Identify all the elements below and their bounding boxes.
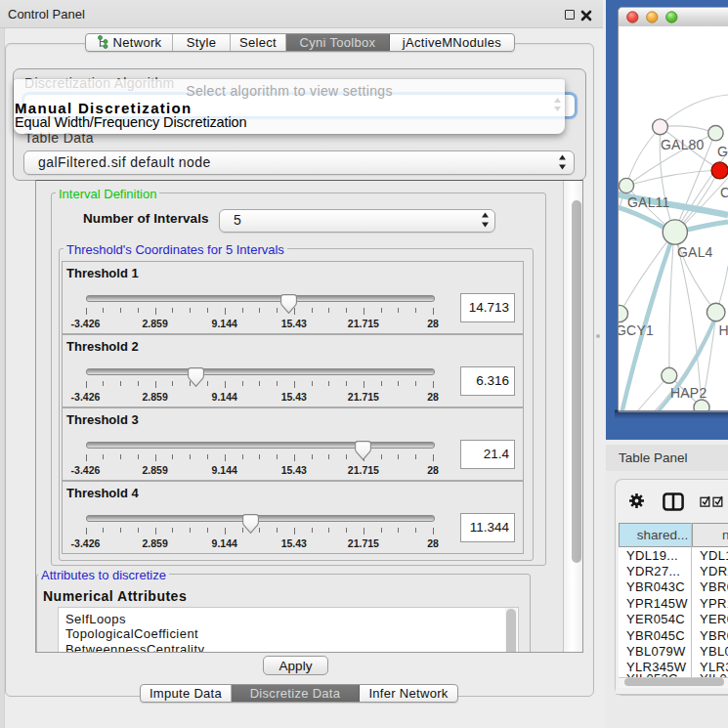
- svg-text:GCY1: GCY1: [619, 322, 654, 338]
- svg-text:HA: HA: [719, 322, 728, 338]
- svg-text:GAL4: GAL4: [677, 244, 713, 260]
- svg-text:HAP2: HAP2: [670, 385, 707, 401]
- svg-text:GA: GA: [717, 144, 728, 159]
- svg-text:GAL11: GAL11: [627, 194, 670, 210]
- svg-text:GAL80: GAL80: [661, 137, 705, 152]
- svg-text:CA: CA: [720, 185, 728, 200]
